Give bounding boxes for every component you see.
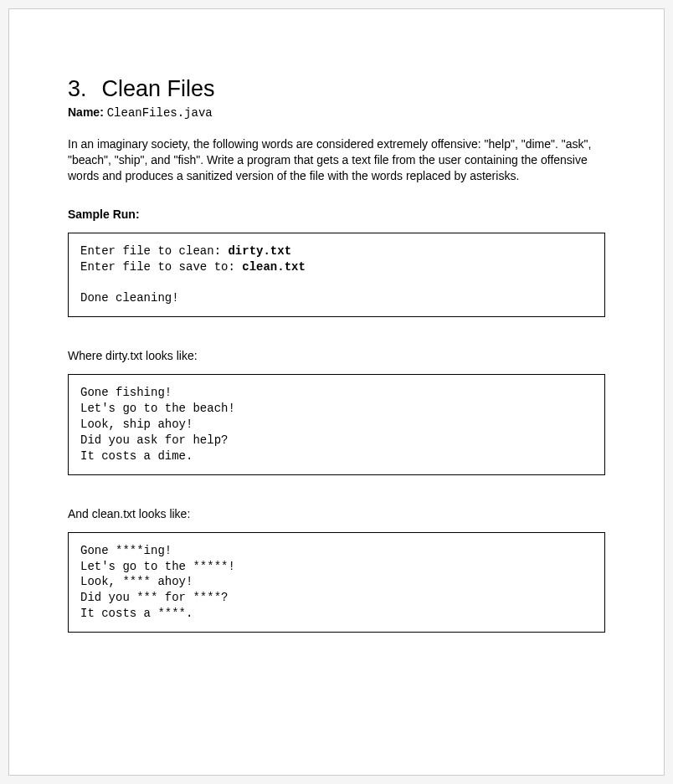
name-label: Name: [68,105,104,119]
sample-run-line1-input: dirty.txt [228,244,291,258]
name-value: CleanFiles.java [107,106,213,120]
problem-number: 3. [68,76,87,102]
dirty-file-label: Where dirty.txt looks like: [68,349,605,362]
problem-description: In an imaginary society, the following w… [68,136,605,184]
document-page: 3.Clean Files Name: CleanFiles.java In a… [8,8,665,776]
sample-run-box: Enter file to clean: dirty.txt Enter fil… [68,233,605,318]
file-name-line: Name: CleanFiles.java [68,105,605,120]
dirty-file-box: Gone fishing! Let's go to the beach! Loo… [68,374,605,474]
problem-title-text: Clean Files [102,76,215,101]
sample-run-line2-input: clean.txt [242,260,306,274]
sample-run-line3: Done cleaning! [80,291,179,305]
problem-title: 3.Clean Files [68,76,605,102]
clean-file-label: And clean.txt looks like: [68,507,605,520]
sample-run-line2-prompt: Enter file to save to: [80,260,242,274]
sample-run-label: Sample Run: [68,208,605,221]
sample-run-line1-prompt: Enter file to clean: [80,244,228,258]
clean-file-box: Gone ****ing! Let's go to the *****! Loo… [68,532,605,633]
